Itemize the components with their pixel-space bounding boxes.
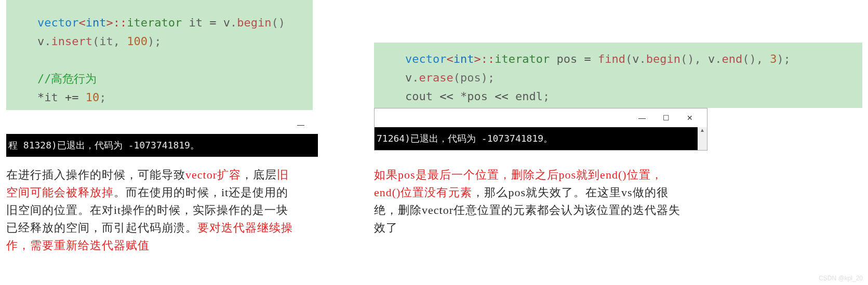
dot: . [230,16,237,29]
angle-lt: < [78,16,85,29]
star: * [37,91,44,104]
var-v: v [223,16,230,29]
stream-op: << [439,90,460,103]
semi: ; [99,91,106,104]
p1: (), [680,52,708,65]
stream-op: << [495,90,515,103]
star-pos: *pos [460,90,495,103]
open: ( [625,52,632,65]
text-red: vector扩容 [185,168,241,181]
explanation-left: 在进行插入操作的时候，可能导致vector扩容，底层旧空间可能会被释放掉。而在使… [6,166,297,254]
angle-lt: < [446,52,453,65]
var-v: v [37,35,44,48]
kw-iterator: iterator [495,52,550,65]
minimize-button[interactable]: — [289,120,313,129]
semi: ; [543,90,550,103]
num-3: 3 [770,52,777,65]
eq: = [584,52,598,65]
fn-begin: begin [237,16,271,29]
console-output: 程 81328)已退出，代码为 -1073741819。 [6,134,318,157]
cout: cout [405,90,439,103]
text: 在进行插入操作的时候，可能导致 [6,168,185,181]
var-pos: pos [550,52,584,65]
plus-eq: += [65,91,86,104]
window-titlebar: — ☐ ✕ [375,108,707,127]
minimize-button[interactable]: — [630,114,654,122]
endl: endl [515,90,543,103]
p2: (), [742,52,770,65]
scope-op: :: [481,52,495,65]
explanation-right: 如果pos是最后一个位置，删除之后pos就到end()位置，end()位置没有元… [374,166,686,237]
var-it: it [182,16,209,29]
watermark: CSDN @kpl_20 [819,275,863,282]
console-window: — ☐ ✕ 71264)已退出，代码为 -1073741819。 ▲ [374,108,707,151]
dot: . [44,35,51,48]
dot: . [715,52,722,65]
angle-gt: > [474,52,480,65]
parens: () [271,16,285,29]
args: (it, [92,35,127,48]
scrollbar[interactable]: ▲ [698,127,707,150]
var-v: v [708,52,715,65]
eq: = [209,16,223,29]
close-button[interactable]: ✕ [678,114,702,122]
window-titlebar: — [6,115,318,134]
fn-insert: insert [51,35,92,48]
comment-danger: //高危行为 [37,72,97,85]
fn-end: end [722,52,742,65]
args: (pos); [453,71,495,84]
num-10: 10 [86,91,100,104]
close: ); [148,35,162,48]
dot: . [412,71,419,84]
scroll-up-icon[interactable]: ▲ [698,127,707,133]
kw-vector: vector [405,52,446,65]
close: ); [777,52,791,65]
dot: . [639,52,646,65]
var-v: v [405,71,412,84]
console-output: 71264)已退出，代码为 -1073741819。 [375,127,699,150]
text: ，底层 [241,168,277,181]
var-v: v [632,52,639,65]
kw-vector: vector [37,16,78,29]
fn-begin: begin [646,52,680,65]
kw-iterator: iterator [127,16,182,29]
code-block-insert: vector<int>::iterator it = v.begin() v.i… [6,0,313,110]
num-100: 100 [127,35,148,48]
scope-op: :: [113,16,127,29]
angle-gt: > [106,16,113,29]
fn-find: find [598,52,625,65]
code-block-erase: vector<int>::iterator pos = find(v.begin… [374,43,862,108]
kw-int: int [86,16,106,29]
fn-erase: erase [419,71,453,84]
maximize-button[interactable]: ☐ [654,114,678,122]
kw-int: int [453,52,474,65]
var-it: it [44,91,65,104]
